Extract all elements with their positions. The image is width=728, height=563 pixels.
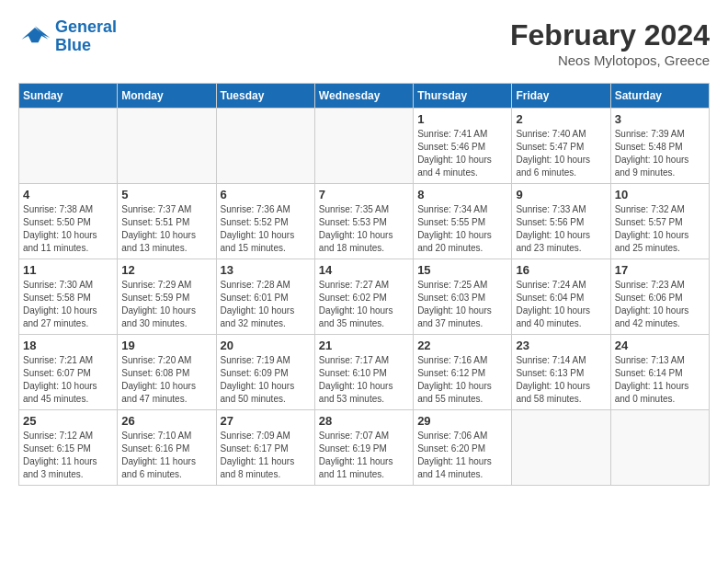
day-info: Sunrise: 7:28 AM Sunset: 6:01 PM Dayligh… [221,279,311,330]
day-info: Sunrise: 7:41 AM Sunset: 5:46 PM Dayligh… [417,128,507,179]
day-number: 18 [23,339,113,352]
calendar-cell: 8Sunrise: 7:34 AM Sunset: 5:55 PM Daylig… [414,184,512,259]
day-info: Sunrise: 7:39 AM Sunset: 5:48 PM Dayligh… [615,128,705,179]
day-number: 12 [121,263,211,277]
calendar-cell: 6Sunrise: 7:36 AM Sunset: 5:52 PM Daylig… [216,184,314,259]
day-number: 17 [615,263,705,277]
logo: General Blue [18,18,117,55]
calendar-cell: 10Sunrise: 7:32 AM Sunset: 5:57 PM Dayli… [610,184,709,259]
day-info: Sunrise: 7:32 AM Sunset: 5:57 PM Dayligh… [615,203,705,255]
day-info: Sunrise: 7:35 AM Sunset: 5:53 PM Dayligh… [319,203,409,255]
calendar-cell: 26Sunrise: 7:10 AM Sunset: 6:16 PM Dayli… [118,410,216,486]
day-number: 8 [417,188,507,201]
day-info: Sunrise: 7:37 AM Sunset: 5:51 PM Dayligh… [121,203,211,255]
day-info: Sunrise: 7:14 AM Sunset: 6:13 PM Dayligh… [516,354,606,406]
day-number: 10 [615,188,705,201]
day-number: 23 [516,339,606,352]
weekday-header-saturday: Saturday [610,84,709,109]
day-info: Sunrise: 7:20 AM Sunset: 6:08 PM Dayligh… [121,354,211,406]
day-info: Sunrise: 7:10 AM Sunset: 6:16 PM Dayligh… [121,430,211,481]
calendar-cell: 1Sunrise: 7:41 AM Sunset: 5:46 PM Daylig… [414,109,512,184]
day-number: 11 [23,263,113,277]
day-number: 24 [615,339,705,352]
calendar-cell: 18Sunrise: 7:21 AM Sunset: 6:07 PM Dayli… [19,335,118,410]
calendar-cell [314,109,413,184]
day-info: Sunrise: 7:29 AM Sunset: 5:59 PM Dayligh… [121,279,211,330]
weekday-header-row: SundayMondayTuesdayWednesdayThursdayFrid… [19,84,710,109]
weekday-header-tuesday: Tuesday [216,84,314,109]
day-info: Sunrise: 7:27 AM Sunset: 6:02 PM Dayligh… [319,279,409,330]
calendar-cell [216,109,314,184]
day-info: Sunrise: 7:33 AM Sunset: 5:56 PM Dayligh… [516,203,606,255]
day-info: Sunrise: 7:12 AM Sunset: 6:15 PM Dayligh… [23,430,113,481]
calendar-cell: 11Sunrise: 7:30 AM Sunset: 5:58 PM Dayli… [19,259,118,335]
day-info: Sunrise: 7:06 AM Sunset: 6:20 PM Dayligh… [417,430,507,481]
calendar-cell: 24Sunrise: 7:13 AM Sunset: 6:14 PM Dayli… [610,335,709,410]
calendar-cell [19,109,118,184]
day-number: 26 [121,414,211,428]
day-info: Sunrise: 7:40 AM Sunset: 5:47 PM Dayligh… [516,128,606,179]
calendar-cell: 29Sunrise: 7:06 AM Sunset: 6:20 PM Dayli… [414,410,512,486]
logo-icon [18,24,51,50]
day-info: Sunrise: 7:21 AM Sunset: 6:07 PM Dayligh… [23,354,113,406]
calendar-cell: 3Sunrise: 7:39 AM Sunset: 5:48 PM Daylig… [610,109,709,184]
weekday-header-thursday: Thursday [414,84,512,109]
day-info: Sunrise: 7:36 AM Sunset: 5:52 PM Dayligh… [221,203,311,255]
calendar-cell: 21Sunrise: 7:17 AM Sunset: 6:10 PM Dayli… [314,335,413,410]
day-number: 4 [23,188,113,201]
month-title: February 2024 [510,18,710,52]
calendar-cell: 4Sunrise: 7:38 AM Sunset: 5:50 PM Daylig… [19,184,118,259]
day-info: Sunrise: 7:24 AM Sunset: 6:04 PM Dayligh… [516,279,606,330]
logo-text: General Blue [55,18,117,55]
page-header: General Blue February 2024 Neos Mylotopo… [18,18,710,68]
day-info: Sunrise: 7:25 AM Sunset: 6:03 PM Dayligh… [417,279,507,330]
calendar-cell: 13Sunrise: 7:28 AM Sunset: 6:01 PM Dayli… [216,259,314,335]
day-number: 21 [319,339,409,352]
calendar-cell: 17Sunrise: 7:23 AM Sunset: 6:06 PM Dayli… [610,259,709,335]
calendar-cell [512,410,610,486]
day-number: 6 [221,188,311,201]
calendar-cell: 12Sunrise: 7:29 AM Sunset: 5:59 PM Dayli… [118,259,216,335]
calendar-cell: 14Sunrise: 7:27 AM Sunset: 6:02 PM Dayli… [314,259,413,335]
title-block: February 2024 Neos Mylotopos, Greece [510,18,710,68]
calendar-cell: 25Sunrise: 7:12 AM Sunset: 6:15 PM Dayli… [19,410,118,486]
day-number: 29 [417,414,507,428]
day-info: Sunrise: 7:09 AM Sunset: 6:17 PM Dayligh… [221,430,311,481]
calendar-cell: 23Sunrise: 7:14 AM Sunset: 6:13 PM Dayli… [512,335,610,410]
calendar-cell: 9Sunrise: 7:33 AM Sunset: 5:56 PM Daylig… [512,184,610,259]
day-info: Sunrise: 7:19 AM Sunset: 6:09 PM Dayligh… [221,354,311,406]
day-number: 1 [417,112,507,126]
week-row-3: 11Sunrise: 7:30 AM Sunset: 5:58 PM Dayli… [19,259,710,335]
day-number: 16 [516,263,606,277]
weekday-header-monday: Monday [118,84,216,109]
day-number: 28 [319,414,409,428]
day-number: 9 [516,188,606,201]
day-info: Sunrise: 7:23 AM Sunset: 6:06 PM Dayligh… [615,279,705,330]
day-info: Sunrise: 7:07 AM Sunset: 6:19 PM Dayligh… [319,430,409,481]
day-number: 13 [221,263,311,277]
day-number: 20 [221,339,311,352]
day-info: Sunrise: 7:38 AM Sunset: 5:50 PM Dayligh… [23,203,113,255]
calendar-cell [610,410,709,486]
weekday-header-sunday: Sunday [19,84,118,109]
calendar-cell: 28Sunrise: 7:07 AM Sunset: 6:19 PM Dayli… [314,410,413,486]
calendar-cell: 5Sunrise: 7:37 AM Sunset: 5:51 PM Daylig… [118,184,216,259]
day-number: 22 [417,339,507,352]
day-number: 7 [319,188,409,201]
calendar-cell: 2Sunrise: 7:40 AM Sunset: 5:47 PM Daylig… [512,109,610,184]
calendar-cell: 16Sunrise: 7:24 AM Sunset: 6:04 PM Dayli… [512,259,610,335]
day-info: Sunrise: 7:13 AM Sunset: 6:14 PM Dayligh… [615,354,705,406]
week-row-4: 18Sunrise: 7:21 AM Sunset: 6:07 PM Dayli… [19,335,710,410]
day-number: 14 [319,263,409,277]
day-number: 25 [23,414,113,428]
week-row-5: 25Sunrise: 7:12 AM Sunset: 6:15 PM Dayli… [19,410,710,486]
day-number: 15 [417,263,507,277]
week-row-2: 4Sunrise: 7:38 AM Sunset: 5:50 PM Daylig… [19,184,710,259]
day-number: 2 [516,112,606,126]
weekday-header-wednesday: Wednesday [314,84,413,109]
weekday-header-friday: Friday [512,84,610,109]
day-number: 19 [121,339,211,352]
calendar-cell: 20Sunrise: 7:19 AM Sunset: 6:09 PM Dayli… [216,335,314,410]
calendar-cell: 27Sunrise: 7:09 AM Sunset: 6:17 PM Dayli… [216,410,314,486]
calendar-cell: 7Sunrise: 7:35 AM Sunset: 5:53 PM Daylig… [314,184,413,259]
